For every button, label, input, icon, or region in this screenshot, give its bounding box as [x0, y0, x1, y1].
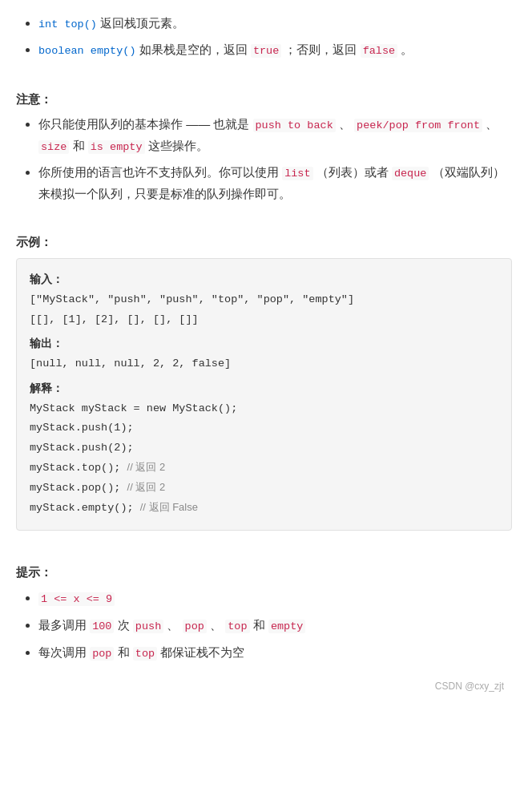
top-bullet-1: int top() 返回栈顶元素。: [38, 13, 512, 34]
note-item-1: 你只能使用队列的基本操作 —— 也就是 push to back 、 peek/…: [38, 114, 512, 157]
note-1-text3: 、: [486, 117, 498, 131]
note-1-text2: 、: [339, 117, 351, 131]
hint-title: 提示：: [16, 565, 512, 580]
hint-2-sep2: 、: [210, 618, 222, 632]
note-2-text2: （列表）或者: [316, 165, 389, 179]
hint-3-text1: 每次调用: [38, 645, 90, 659]
int-top-code: int top(): [38, 18, 97, 30]
is-empty-code: is empty: [88, 140, 145, 154]
explain-line-2: myStack.push(1);: [30, 418, 498, 438]
explain-line-4: myStack.top(); // 返回 2: [30, 458, 498, 478]
top-bullet-2: boolean empty() 如果栈是空的，返回 true ；否则，返回 fa…: [38, 39, 512, 61]
size-code: size: [38, 140, 69, 154]
explain-label: 解释：: [30, 379, 498, 399]
note-1-text1: 你只能使用队列的基本操作 —— 也就是: [38, 117, 253, 131]
hint-2-sep1: 、: [167, 618, 179, 632]
watermark: CSDN @cxy_zjt: [16, 681, 512, 692]
hint-item-1: 1 <= x <= 9: [38, 587, 512, 609]
hint-2-top: top: [225, 620, 249, 633]
hint-3-text2: 和: [118, 645, 133, 659]
hint-1-code: 1 <= x <= 9: [38, 592, 115, 606]
hint-2-text3: 和: [253, 618, 268, 632]
hint-list: 1 <= x <= 9 最多调用 100 次 push 、 pop 、 top …: [16, 587, 512, 665]
hint-3-text3: 都保证栈不为空: [160, 645, 244, 659]
input-line2: [[], [1], [2], [], [], []]: [30, 310, 498, 329]
note-1-text4: 和: [73, 139, 88, 152]
top-bullet-2-text3: 。: [401, 42, 413, 56]
explain-line-1: MyStack myStack = new MyStack();: [30, 399, 498, 418]
page-container: int top() 返回栈顶元素。 boolean empty() 如果栈是空的…: [0, 0, 528, 708]
input-line1: ["MyStack", "push", "push", "top", "pop"…: [30, 290, 498, 309]
comment-2: // 返回 2: [127, 481, 166, 493]
explain-line-6: myStack.empty(); // 返回 False: [30, 498, 498, 518]
top-bullet-1-text: 返回栈顶元素。: [100, 16, 184, 30]
note-2-text1: 你所使用的语言也许不支持队列。你可以使用: [38, 165, 282, 179]
hint-2-push: push: [133, 620, 163, 633]
hint-2-empty: empty: [268, 620, 306, 633]
note-item-2: 你所使用的语言也许不支持队列。你可以使用 list （列表）或者 deque （…: [38, 162, 512, 204]
false-code: false: [361, 44, 398, 58]
input-label: 输入：: [30, 270, 498, 290]
example-title: 示例：: [16, 235, 512, 250]
hint-2-text1: 最多调用: [38, 618, 90, 632]
hint-item-2: 最多调用 100 次 push 、 pop 、 top 和 empty: [38, 614, 512, 636]
hint-2-text2: 次: [118, 618, 133, 632]
output-line1: [null, null, null, 2, 2, false]: [30, 354, 498, 374]
explain-line-5: myStack.pop(); // 返回 2: [30, 478, 498, 498]
output-label: 输出：: [30, 334, 498, 354]
top-bullet-2-text1: 如果栈是空的，返回: [139, 42, 251, 56]
comment-1: // 返回 2: [127, 461, 166, 473]
true-code: true: [251, 44, 281, 58]
top-bullets-list: int top() 返回栈顶元素。 boolean empty() 如果栈是空的…: [16, 13, 512, 61]
note-list: 你只能使用队列的基本操作 —— 也就是 push to back 、 peek/…: [16, 114, 512, 204]
example-code-block: 输入： ["MyStack", "push", "push", "top", "…: [16, 258, 512, 531]
hint-2-pop: pop: [183, 620, 207, 633]
note-1-text5: 这些操作。: [148, 139, 208, 152]
note-title: 注意：: [16, 92, 512, 107]
top-bullet-2-text2: ；否则，返回: [284, 42, 357, 56]
push-to-back-code: push to back: [253, 119, 336, 132]
hint-3-top: top: [133, 647, 157, 661]
comment-3: // 返回 False: [140, 501, 198, 513]
hint-item-3: 每次调用 pop 和 top 都保证栈不为空: [38, 641, 512, 664]
hint-3-pop: pop: [90, 647, 114, 661]
hint-2-100: 100: [90, 620, 114, 633]
boolean-empty-code: boolean empty(): [38, 45, 136, 57]
explain-line-3: myStack.push(2);: [30, 438, 498, 458]
list-code: list: [282, 167, 312, 180]
peek-pop-code: peek/pop from front: [354, 119, 482, 132]
deque-code: deque: [392, 167, 429, 180]
